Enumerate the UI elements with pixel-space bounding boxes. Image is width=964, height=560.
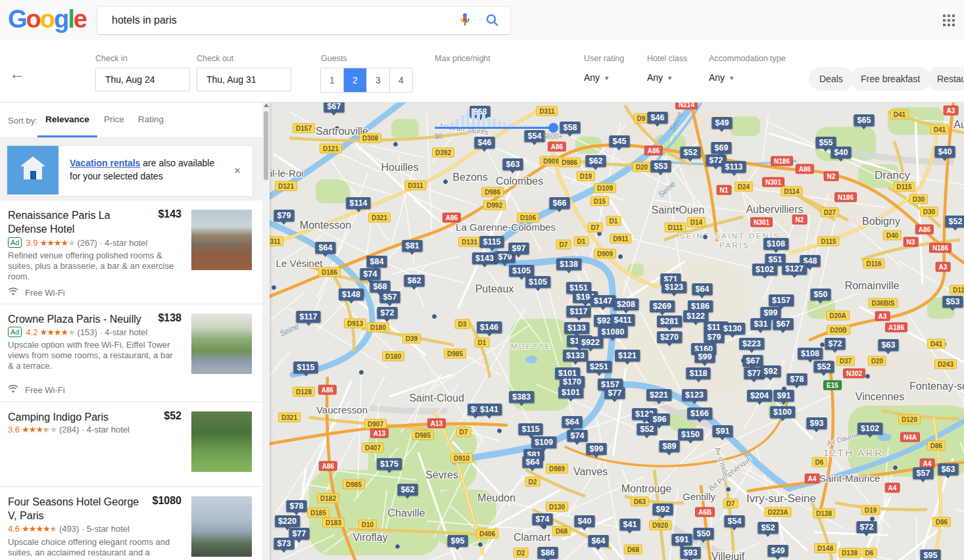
- price-pin[interactable]: $78: [287, 500, 307, 512]
- price-pin[interactable]: $99: [695, 351, 715, 363]
- price-pin[interactable]: $67: [743, 355, 763, 367]
- price-pin[interactable]: $117: [566, 306, 590, 317]
- price-pin[interactable]: $45: [610, 135, 630, 147]
- price-pin[interactable]: $127: [782, 263, 807, 275]
- hotel-card[interactable]: Crowne Plaza Paris - Neuilly$138Ad4.2★★★…: [0, 304, 262, 402]
- price-pin[interactable]: $57: [380, 291, 400, 303]
- price-pin[interactable]: $46: [648, 112, 668, 124]
- hotel-card[interactable]: Camping Indigo Paris$523.6★★★★★ (284) · …: [0, 402, 262, 487]
- chip-restaurant[interactable]: Restaurant: [927, 67, 964, 91]
- price-pin[interactable]: $86: [538, 547, 558, 559]
- price-pin[interactable]: $72: [825, 338, 846, 350]
- price-pin[interactable]: $251: [587, 361, 612, 373]
- sort-tab-relevance[interactable]: Relevance: [37, 102, 97, 137]
- guests-option-1[interactable]: 1: [321, 68, 343, 92]
- price-pin[interactable]: $63: [879, 339, 899, 351]
- price-pin[interactable]: $77: [605, 387, 625, 399]
- price-pin[interactable]: $54: [725, 515, 745, 527]
- price-pin[interactable]: $49: [768, 545, 788, 557]
- price-pin[interactable]: $52: [758, 522, 779, 534]
- close-icon[interactable]: ×: [234, 164, 241, 177]
- price-pin[interactable]: $72: [377, 307, 398, 319]
- price-pin[interactable]: $58: [560, 122, 581, 133]
- price-pin[interactable]: $281: [657, 315, 682, 327]
- hotel-class-dropdown[interactable]: Any▼: [647, 72, 673, 83]
- price-pin[interactable]: $115: [518, 423, 542, 435]
- price-pin[interactable]: $113: [721, 161, 746, 173]
- price-pin[interactable]: $114: [346, 197, 370, 209]
- price-pin[interactable]: $49: [712, 117, 733, 129]
- price-pin[interactable]: $69: [711, 142, 732, 154]
- price-pin[interactable]: $270: [657, 331, 682, 343]
- price-pin[interactable]: $117: [296, 311, 320, 323]
- price-pin[interactable]: $40: [831, 147, 852, 158]
- accommodation-type-dropdown[interactable]: Any▼: [709, 72, 735, 83]
- price-pin[interactable]: $66: [550, 197, 570, 209]
- price-pin[interactable]: $223: [739, 338, 764, 350]
- price-pin[interactable]: $220: [275, 515, 300, 527]
- price-pin[interactable]: $99: [587, 443, 607, 455]
- price-pin[interactable]: $922: [578, 337, 603, 348]
- price-pin[interactable]: $64: [523, 456, 543, 468]
- apps-grid-icon[interactable]: [943, 14, 955, 26]
- price-pin[interactable]: $91: [672, 534, 692, 546]
- scrollbar-thumb[interactable]: [264, 111, 268, 180]
- price-pin[interactable]: $141: [477, 404, 502, 415]
- price-pin[interactable]: $62: [586, 155, 606, 167]
- sort-tab-price[interactable]: Price: [96, 102, 132, 135]
- price-pin[interactable]: $208: [614, 298, 639, 310]
- hotel-photo[interactable]: [191, 314, 252, 374]
- price-pin[interactable]: $74: [567, 430, 588, 442]
- price-pin[interactable]: $91: [713, 425, 733, 437]
- price-pin[interactable]: $93: [681, 547, 701, 559]
- price-pin[interactable]: $147: [590, 295, 615, 307]
- price-pin[interactable]: $105: [509, 265, 534, 277]
- price-pin[interactable]: $53: [943, 296, 963, 308]
- list-scrollbar[interactable]: [262, 102, 270, 560]
- price-pin[interactable]: $54: [525, 130, 545, 142]
- price-pin[interactable]: $166: [687, 408, 712, 419]
- price-pin[interactable]: $62: [398, 484, 418, 496]
- price-pin[interactable]: $204: [747, 390, 772, 402]
- price-pin[interactable]: $146: [477, 321, 502, 333]
- price-pin[interactable]: $50: [811, 289, 831, 300]
- price-pin[interactable]: $138: [556, 258, 581, 270]
- back-arrow-icon[interactable]: ←: [9, 64, 25, 83]
- price-pin[interactable]: $92: [761, 365, 781, 377]
- price-pin[interactable]: $63: [503, 158, 523, 170]
- price-pin[interactable]: $78: [787, 373, 807, 385]
- hotel-photo[interactable]: [191, 496, 252, 557]
- price-pin[interactable]: $79: [704, 331, 725, 343]
- vacation-rentals-card[interactable]: Vacation rentals are also available for …: [7, 145, 253, 197]
- chip-free-breakfast[interactable]: Free breakfast: [850, 67, 930, 91]
- price-pin[interactable]: $74: [360, 268, 381, 280]
- price-pin[interactable]: $115: [479, 236, 504, 248]
- price-pin[interactable]: $108: [798, 348, 823, 360]
- price-pin[interactable]: $62: [404, 275, 425, 287]
- price-pin[interactable]: $122: [683, 310, 708, 322]
- price-pin[interactable]: $99: [761, 307, 781, 319]
- hotel-card[interactable]: Renaissance Paris La Defense Hotel$143Ad…: [0, 200, 262, 304]
- price-pin[interactable]: $411: [610, 314, 635, 326]
- price-pin[interactable]: $57: [913, 467, 934, 479]
- price-pin[interactable]: $64: [316, 242, 336, 254]
- price-pin[interactable]: $81: [402, 240, 423, 252]
- guests-option-4[interactable]: 4: [389, 68, 412, 92]
- price-pin[interactable]: $143: [472, 252, 497, 264]
- price-pin[interactable]: $148: [339, 289, 364, 300]
- price-pin[interactable]: $64: [589, 535, 609, 547]
- price-pin[interactable]: $52: [946, 216, 964, 227]
- price-pin[interactable]: $52: [637, 423, 658, 435]
- price-pin[interactable]: $73: [274, 538, 295, 549]
- price-pin[interactable]: $100: [770, 406, 795, 418]
- price-pin[interactable]: $74: [533, 513, 553, 525]
- hotel-card[interactable]: Four Seasons Hotel George V, Paris$10804…: [0, 487, 262, 560]
- price-pin[interactable]: $383: [509, 391, 534, 403]
- price-pin[interactable]: $93: [807, 417, 827, 429]
- price-pin[interactable]: $52: [814, 361, 834, 373]
- search-icon[interactable]: [483, 11, 502, 30]
- price-pin[interactable]: $79: [274, 210, 295, 222]
- price-pin[interactable]: $108: [763, 238, 788, 250]
- price-pin[interactable]: $72: [857, 521, 877, 533]
- price-pin[interactable]: $63: [938, 463, 959, 475]
